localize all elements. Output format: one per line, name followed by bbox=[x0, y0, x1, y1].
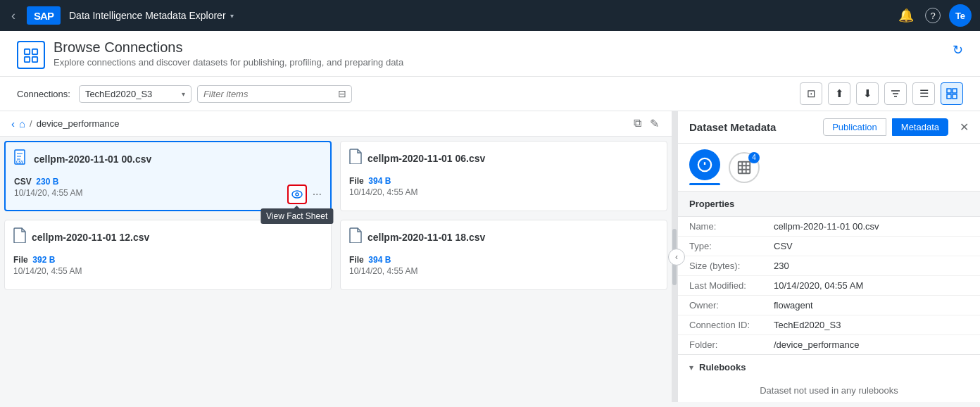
prop-key: Size (bytes): bbox=[689, 261, 774, 271]
edit-button[interactable]: ✎ bbox=[648, 115, 660, 132]
file-icon bbox=[349, 149, 362, 168]
breadcrumb-back-button[interactable]: ‹ bbox=[11, 118, 15, 130]
rulebooks-section: ▾ Rulebooks Dataset not used in any rule… bbox=[678, 354, 980, 402]
sort-desc-button[interactable]: ⬇ bbox=[856, 82, 879, 105]
file-meta: File 392 B bbox=[13, 255, 322, 265]
list-view-button[interactable]: ☰ bbox=[912, 82, 935, 105]
connections-dropdown[interactable]: TechEd2020_S3 ▾ bbox=[79, 85, 191, 103]
prop-val: flowagent bbox=[774, 300, 969, 311]
more-options-button[interactable]: ··· bbox=[310, 185, 325, 204]
filter-icon: ⊟ bbox=[338, 88, 346, 99]
svg-rect-1 bbox=[32, 49, 37, 54]
publication-tab[interactable]: Publication bbox=[823, 118, 886, 136]
svg-rect-6 bbox=[947, 94, 951, 99]
file-card-actions: View Fact Sheet ··· bbox=[287, 184, 325, 204]
panel-collapse-button[interactable]: ‹ bbox=[668, 249, 685, 265]
connection-value: TechEd2020_S3 bbox=[85, 89, 152, 99]
breadcrumb-current: device_performance bbox=[37, 118, 120, 129]
file-icon bbox=[349, 227, 362, 246]
view-factsheet-wrap: View Fact Sheet bbox=[287, 184, 307, 204]
svg-rect-13 bbox=[739, 161, 750, 173]
browse-connections-icon bbox=[17, 41, 45, 69]
topbar-icons: 🔔 ? bbox=[898, 8, 941, 23]
title-chevron-icon[interactable]: ▾ bbox=[230, 12, 234, 20]
svg-rect-2 bbox=[25, 57, 30, 62]
file-card-header: CSV cellpm-2020-11-01 00.csv bbox=[14, 149, 322, 168]
prop-key: Connection ID: bbox=[689, 320, 774, 330]
file-name: cellpm-2020-11-01 18.csv bbox=[367, 232, 485, 243]
prop-row-name: Name: cellpm-2020-11-01 00.csv bbox=[678, 217, 980, 237]
toolbar: Connections: TechEd2020_S3 ▾ ⊟ ⊡ ⬆ ⬇ ☰ bbox=[0, 77, 980, 111]
filter-button[interactable] bbox=[884, 82, 907, 105]
prop-val: 230 bbox=[774, 261, 969, 271]
sort-asc-button[interactable]: ⬆ bbox=[828, 82, 850, 105]
file-card[interactable]: CSV cellpm-2020-11-01 00.csv CSV 230 B 1… bbox=[4, 141, 332, 211]
svg-text:CSV: CSV bbox=[16, 160, 24, 164]
file-card-header: cellpm-2020-11-01 12.csv bbox=[13, 227, 322, 246]
svg-rect-5 bbox=[953, 89, 957, 93]
file-card[interactable]: cellpm-2020-11-01 06.csv File 394 B 10/1… bbox=[340, 141, 667, 211]
file-date: 10/14/20, 4:55 AM bbox=[13, 266, 322, 276]
help-icon[interactable]: ? bbox=[925, 8, 941, 23]
prop-row-connection: Connection ID: TechEd2020_S3 bbox=[678, 315, 980, 335]
file-name: cellpm-2020-11-01 00.csv bbox=[34, 154, 151, 165]
prop-val: cellpm-2020-11-01 00.csv bbox=[774, 221, 969, 232]
subheader: Browse Connections Explore connections a… bbox=[0, 31, 980, 77]
columns-icon-button[interactable]: 4 bbox=[729, 152, 760, 183]
properties-table: Name: cellpm-2020-11-01 00.csv Type: CSV… bbox=[678, 217, 980, 354]
copy-path-button[interactable]: ⧉ bbox=[632, 115, 643, 132]
file-date: 10/14/20, 4:55 AM bbox=[349, 187, 658, 197]
refresh-button[interactable]: ↻ bbox=[953, 42, 963, 58]
file-card[interactable]: cellpm-2020-11-01 12.csv File 392 B 10/1… bbox=[4, 220, 332, 290]
prop-key: Last Modified: bbox=[689, 280, 774, 291]
info-icon-button[interactable] bbox=[689, 149, 720, 180]
metadata-panel-title: Dataset Metadata bbox=[689, 121, 817, 133]
svg-rect-4 bbox=[947, 89, 951, 93]
prop-row-owner: Owner: flowagent bbox=[678, 296, 980, 315]
metadata-tab[interactable]: Metadata bbox=[892, 118, 948, 136]
prop-val: /device_performance bbox=[774, 339, 969, 350]
rulebooks-empty-message: Dataset not used in any rulebooks bbox=[678, 380, 980, 402]
dropdown-chevron-icon: ▾ bbox=[182, 90, 185, 98]
columns-count-badge: 4 bbox=[748, 152, 760, 163]
breadcrumb: ‹ ⌂ / device_performance ⧉ ✎ bbox=[0, 111, 672, 137]
filter-input[interactable] bbox=[197, 85, 352, 103]
grid-view-button[interactable] bbox=[941, 82, 963, 105]
prop-key: Folder: bbox=[689, 339, 774, 350]
view-factsheet-button[interactable] bbox=[287, 184, 307, 204]
file-name: cellpm-2020-11-01 06.csv bbox=[367, 153, 485, 164]
view-factsheet-tooltip: View Fact Sheet bbox=[260, 208, 333, 224]
prop-key: Owner: bbox=[689, 300, 774, 311]
prop-row-type: Type: CSV bbox=[678, 237, 980, 256]
topbar: ‹ SAP Data Intelligence Metadata Explore… bbox=[0, 0, 980, 31]
rulebooks-title: Rulebooks bbox=[699, 362, 746, 372]
expand-button[interactable]: ⊡ bbox=[800, 82, 822, 105]
metadata-icons-row: 4 bbox=[678, 144, 980, 192]
file-meta: File 394 B bbox=[349, 255, 658, 265]
connections-label: Connections: bbox=[17, 89, 70, 99]
notification-icon[interactable]: 🔔 bbox=[898, 8, 914, 23]
filter-input-wrap: ⊟ bbox=[197, 85, 352, 103]
file-date: 10/14/20, 4:55 AM bbox=[14, 188, 322, 198]
app-title: Data Intelligence Metadata Explorer ▾ bbox=[69, 10, 234, 21]
page-subtitle: Explore connections and discover dataset… bbox=[54, 57, 403, 68]
file-meta: File 394 B bbox=[349, 176, 658, 186]
file-card[interactable]: cellpm-2020-11-01 18.csv File 394 B 10/1… bbox=[340, 220, 667, 290]
prop-row-modified: Last Modified: 10/14/2020, 04:55 AM bbox=[678, 276, 980, 296]
rulebooks-header[interactable]: ▾ Rulebooks bbox=[678, 355, 980, 380]
main-content: ‹ ⌂ / device_performance ⧉ ✎ CSV bbox=[0, 111, 980, 402]
breadcrumb-home-button[interactable]: ⌂ bbox=[19, 118, 25, 130]
avatar[interactable]: Te bbox=[949, 4, 972, 27]
prop-val: TechEd2020_S3 bbox=[774, 320, 969, 330]
csv-file-icon: CSV bbox=[14, 149, 28, 168]
metadata-panel: ‹ Dataset Metadata Publication Metadata … bbox=[677, 111, 980, 402]
file-icon bbox=[13, 227, 26, 246]
file-grid: CSV cellpm-2020-11-01 00.csv CSV 230 B 1… bbox=[0, 137, 672, 294]
file-card-header: cellpm-2020-11-01 18.csv bbox=[349, 227, 658, 246]
close-panel-button[interactable]: ✕ bbox=[960, 120, 969, 134]
sap-logo: SAP bbox=[27, 6, 61, 25]
back-button[interactable]: ‹ bbox=[8, 6, 18, 26]
metadata-panel-header: Dataset Metadata Publication Metadata ✕ bbox=[678, 111, 980, 144]
properties-section-header: Properties bbox=[678, 192, 980, 217]
svg-rect-0 bbox=[25, 49, 30, 54]
